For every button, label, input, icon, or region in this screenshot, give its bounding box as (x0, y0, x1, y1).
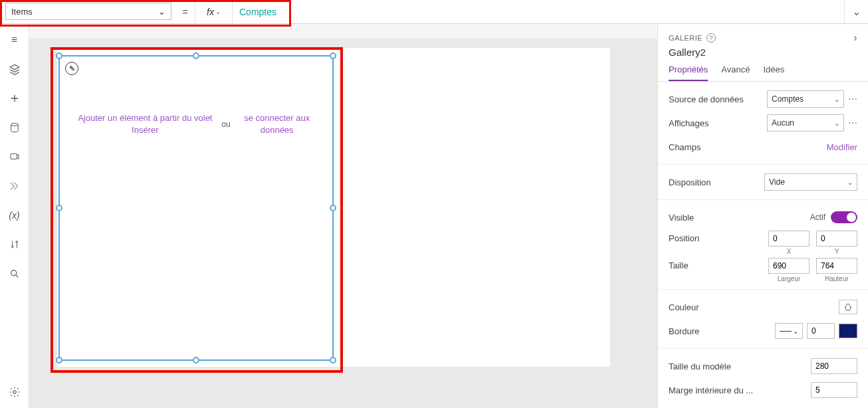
svg-point-3 (16, 241, 18, 243)
resize-handle[interactable] (330, 52, 336, 59)
resize-handle[interactable] (56, 205, 62, 211)
svg-point-2 (11, 246, 13, 248)
border-label: Bordure (669, 326, 775, 336)
svg-point-4 (11, 270, 16, 276)
datasource-dropdown[interactable]: Comptes⌄ (767, 90, 844, 108)
color-picker[interactable] (839, 300, 857, 314)
insert-icon[interactable] (8, 92, 21, 105)
property-dropdown[interactable]: Items ⌄ (5, 3, 171, 20)
resize-handle[interactable] (56, 52, 62, 59)
width-input[interactable] (768, 258, 810, 274)
search-icon[interactable] (8, 267, 21, 280)
fx-label: fx (207, 7, 214, 17)
chevron-down-icon: ⌄ (834, 96, 839, 103)
annotation-highlight (51, 47, 343, 373)
settings-icon[interactable] (8, 385, 21, 399)
connect-data-link[interactable]: se connecter aux données (237, 112, 317, 136)
screen-artboard[interactable]: ✎ Ajouter un élément à partir du volet I… (57, 48, 610, 367)
fields-label: Champs (669, 142, 827, 152)
height-input[interactable] (816, 258, 857, 274)
resize-handle[interactable] (56, 357, 62, 363)
color-label: Couleur (669, 302, 839, 312)
panel-tabs: Propriétés Avancé Idées (658, 64, 868, 82)
chevron-down-icon: ⌄ (847, 179, 853, 186)
gallery-control[interactable]: ✎ Ajouter un élément à partir du volet I… (58, 55, 334, 361)
resize-handle[interactable] (193, 357, 199, 363)
gallery-empty-hint: Ajouter un élément à partir du volet Ins… (60, 112, 332, 136)
width-sublabel: Largeur (778, 275, 800, 282)
expand-formula-button[interactable]: ⌄ (844, 0, 868, 23)
datasource-label: Source de données (669, 94, 767, 104)
border-style-dropdown[interactable]: ⌄ (775, 323, 803, 339)
views-dropdown[interactable]: Aucun⌄ (767, 114, 844, 132)
insert-pane-link[interactable]: Ajouter un élément à partir du volet Ins… (75, 112, 215, 136)
canvas-area[interactable]: ✎ Ajouter un élément à partir du volet I… (29, 39, 657, 408)
resize-handle[interactable] (330, 205, 336, 211)
border-width-input[interactable] (807, 323, 835, 339)
views-more-icon[interactable]: ⋯ (848, 118, 857, 128)
data-icon[interactable] (8, 121, 21, 134)
fx-button[interactable]: fx ⌄ (195, 0, 233, 23)
equals-label: = (175, 0, 195, 23)
property-dropdown-label: Items (11, 7, 33, 17)
panel-expand-icon[interactable]: › (853, 32, 857, 44)
hamburger-icon[interactable]: ≡ (8, 33, 21, 47)
svg-point-0 (11, 123, 18, 126)
resize-handle[interactable] (330, 357, 336, 363)
template-padding-input[interactable] (811, 382, 857, 398)
properties-panel: GALERIE ? › Gallery2 Propriétés Avancé I… (657, 24, 868, 408)
position-x-input[interactable] (768, 231, 810, 247)
chevron-down-icon: ⌄ (158, 7, 165, 17)
control-kind-label: GALERIE (669, 34, 703, 42)
x-sublabel: X (787, 248, 792, 255)
chevron-down-icon: ⌄ (834, 120, 839, 127)
formula-input[interactable]: Comptes (233, 0, 844, 23)
height-sublabel: Hauteur (825, 275, 849, 282)
datasource-more-icon[interactable]: ⋯ (848, 94, 857, 104)
size-label: Taille (669, 258, 768, 270)
template-padding-label: Marge intérieure du ... (669, 385, 811, 395)
hint-or: ou (221, 120, 230, 129)
control-name-label: Gallery2 (669, 47, 857, 58)
chevron-down-icon: ⌄ (793, 328, 798, 335)
tab-properties[interactable]: Propriétés (669, 64, 708, 81)
left-nav-rail: ≡ (x) (0, 24, 29, 408)
visible-state-label: Actif (810, 213, 825, 222)
tab-advanced[interactable]: Avancé (721, 64, 750, 81)
template-size-input[interactable] (811, 358, 857, 374)
layout-label: Disposition (669, 177, 764, 187)
resize-handle[interactable] (193, 52, 199, 59)
media-icon[interactable] (8, 150, 21, 163)
tree-view-icon[interactable] (8, 62, 21, 76)
fields-edit-link[interactable]: Modifier (827, 142, 857, 152)
variables-icon[interactable]: (x) (8, 209, 21, 222)
position-label: Position (669, 231, 768, 243)
svg-point-5 (13, 391, 16, 394)
visible-toggle[interactable] (831, 211, 857, 223)
y-sublabel: Y (835, 248, 839, 255)
chevron-down-icon: ⌄ (215, 8, 221, 15)
layout-dropdown[interactable]: Vide⌄ (764, 173, 857, 191)
formula-bar: Items ⌄ = fx ⌄ Comptes ⌄ (0, 0, 868, 24)
views-label: Affichages (669, 118, 767, 128)
edit-pencil-icon[interactable]: ✎ (65, 62, 78, 75)
visible-label: Visible (669, 213, 810, 223)
border-color-picker[interactable] (839, 324, 857, 338)
svg-rect-1 (11, 153, 17, 159)
help-icon[interactable]: ? (706, 33, 716, 43)
advanced-tools-icon[interactable] (8, 238, 21, 251)
power-automate-icon[interactable] (8, 179, 21, 193)
formula-value: Comptes (239, 7, 276, 17)
position-y-input[interactable] (816, 231, 857, 247)
tab-ideas[interactable]: Idées (763, 64, 784, 81)
template-size-label: Taille du modèle (669, 361, 811, 371)
